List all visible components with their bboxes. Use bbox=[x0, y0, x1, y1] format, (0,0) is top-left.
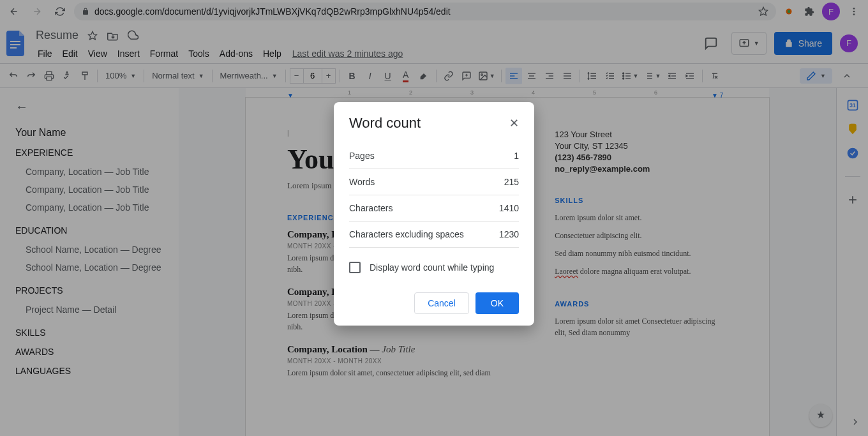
wc-row-words: Words215 bbox=[349, 169, 519, 195]
word-count-dialog: Word count ✕ Pages1 Words215 Characters1… bbox=[334, 102, 534, 326]
wc-row-characters-no-spaces: Characters excluding spaces1230 bbox=[349, 222, 519, 248]
modal-overlay: Word count ✕ Pages1 Words215 Characters1… bbox=[0, 0, 868, 436]
wc-row-characters: Characters1410 bbox=[349, 195, 519, 222]
display-while-typing-checkbox[interactable]: Display word count while typing bbox=[349, 262, 519, 273]
checkbox-icon[interactable] bbox=[349, 262, 361, 273]
ok-button[interactable]: OK bbox=[475, 292, 519, 314]
close-icon[interactable]: ✕ bbox=[509, 116, 519, 130]
cancel-button[interactable]: Cancel bbox=[414, 292, 469, 314]
wc-row-pages: Pages1 bbox=[349, 143, 519, 169]
dialog-title: Word count bbox=[349, 115, 421, 132]
